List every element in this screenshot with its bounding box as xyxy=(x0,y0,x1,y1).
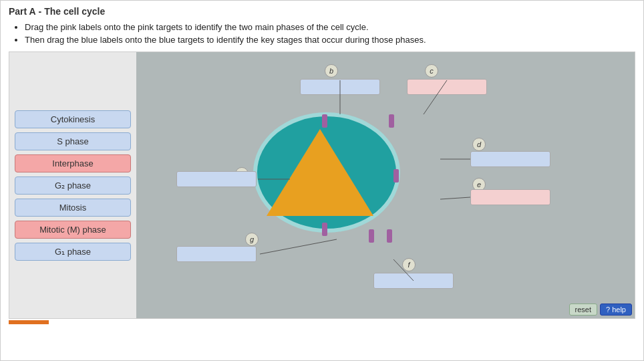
svg-line-5 xyxy=(260,239,337,254)
drag-handle-3 xyxy=(322,223,327,236)
title-separator: - xyxy=(39,6,45,17)
drag-handle-4 xyxy=(369,229,374,243)
part-label: Part A xyxy=(9,6,36,17)
labels-panel: Cytokinesis S phase Interphase G₂ phase … xyxy=(9,52,136,318)
drop-target-b[interactable] xyxy=(300,79,380,95)
page-title: The cell cycle xyxy=(44,6,105,17)
label-c: c xyxy=(425,64,438,78)
drop-target-a[interactable] xyxy=(176,171,257,187)
label-g: g xyxy=(245,233,259,246)
drop-target-d[interactable] xyxy=(470,151,550,167)
page-container: Part A - The cell cycle Drag the pink la… xyxy=(0,0,644,361)
svg-line-4 xyxy=(440,197,470,199)
label-mitosis[interactable]: Mitosis xyxy=(15,199,131,217)
help-button[interactable]: ? help xyxy=(600,304,632,316)
drop-target-f[interactable] xyxy=(373,273,454,289)
diagram-area: a b c d e f g xyxy=(136,52,635,318)
label-s-phase[interactable]: S phase xyxy=(15,132,131,150)
label-g1-phase[interactable]: G₁ phase xyxy=(15,243,131,261)
instructions: Drag the pink labels onto the pink targe… xyxy=(9,22,635,45)
label-mitotic-m-phase[interactable]: Mitotic (M) phase xyxy=(15,221,131,239)
bottom-bar: reset ? help xyxy=(567,301,635,318)
instruction-2: Then drag the blue labels onto the blue … xyxy=(25,35,635,45)
label-cytokinesis[interactable]: Cytokinesis xyxy=(15,110,131,128)
label-d: d xyxy=(472,138,486,151)
drop-target-e[interactable] xyxy=(470,189,550,205)
drop-target-g[interactable] xyxy=(176,246,257,262)
reset-button[interactable]: reset xyxy=(569,304,597,316)
main-area: Cytokinesis S phase Interphase G₂ phase … xyxy=(9,51,635,319)
label-f: f xyxy=(402,258,416,271)
drag-handle-6 xyxy=(393,169,399,183)
label-b: b xyxy=(325,64,338,78)
part-header: Part A - The cell cycle xyxy=(9,6,635,17)
bottom-orange-bar xyxy=(9,320,49,324)
instruction-1: Drag the pink labels onto the pink targe… xyxy=(25,22,635,32)
cell-triangle xyxy=(267,129,373,216)
drop-target-c[interactable] xyxy=(407,79,487,95)
drag-handle-2 xyxy=(389,114,394,128)
drag-handle-1 xyxy=(322,114,327,128)
label-interphase[interactable]: Interphase xyxy=(15,154,131,172)
label-g2-phase[interactable]: G₂ phase xyxy=(15,176,131,195)
drag-handle-5 xyxy=(387,229,392,243)
